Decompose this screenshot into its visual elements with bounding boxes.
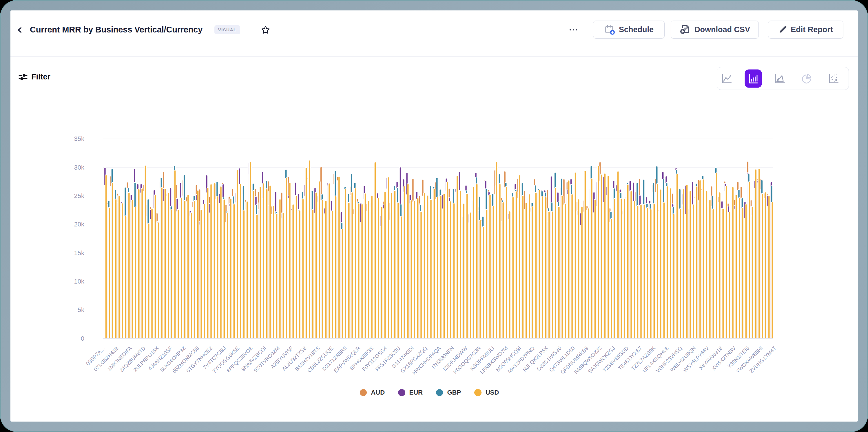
svg-text:0: 0 (81, 335, 84, 342)
svg-text:30k: 30k (74, 164, 85, 171)
svg-text:35k: 35k (74, 135, 85, 142)
svg-text:15k: 15k (74, 249, 85, 257)
svg-text:20k: 20k (74, 221, 85, 228)
svg-text:10k: 10k (74, 278, 85, 285)
svg-text:25k: 25k (74, 192, 85, 199)
svg-text:5k: 5k (78, 306, 85, 313)
